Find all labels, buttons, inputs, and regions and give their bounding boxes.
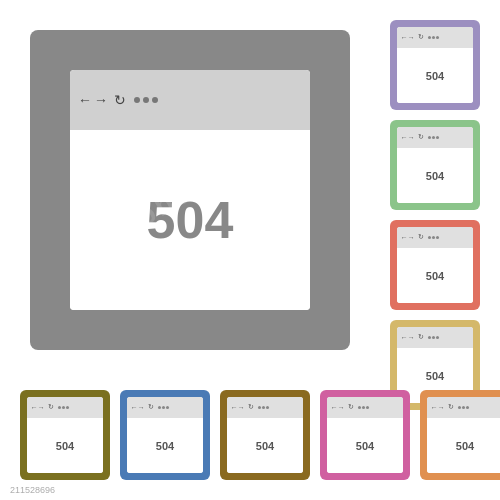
small-icon-blue: ←→ ↻ 504 <box>120 390 210 480</box>
toolbar-olive: ←→ ↻ <box>27 397 104 418</box>
content-olive: 504 <box>27 418 104 473</box>
toolbar-blue: ←→ ↻ <box>127 397 204 418</box>
dots-purple <box>428 36 439 39</box>
main-container: ← → ↻ 504 Adobe Stock <box>0 0 500 500</box>
error-code-blue: 504 <box>156 440 174 452</box>
nav-green: ←→ <box>401 134 415 141</box>
small-icon-purple: ←→ ↻ 504 <box>390 20 480 110</box>
toolbar-brown: ←→ ↻ <box>227 397 304 418</box>
small-icons-right: ←→ ↻ 504 ←→ <box>390 20 480 410</box>
small-icon-pink: ←→ ↻ 504 <box>320 390 410 480</box>
content-purple: 504 <box>397 48 474 103</box>
left-arrow-icon: ← <box>78 92 92 108</box>
small-icons-bottom: ←→ ↻ 504 ←→ ↻ <box>20 390 500 480</box>
stock-id: 211528696 <box>10 485 55 495</box>
small-icon-olive: ←→ ↻ 504 <box>20 390 110 480</box>
small-icon-brown: ←→ ↻ 504 <box>220 390 310 480</box>
content-pink: 504 <box>327 418 404 473</box>
error-code-green: 504 <box>426 170 444 182</box>
refresh-purple: ↻ <box>418 33 424 41</box>
error-code-olive: 504 <box>56 440 74 452</box>
toolbar-red: ←→ ↻ <box>397 227 474 248</box>
error-code-brown: 504 <box>256 440 274 452</box>
browser-window-blue: ←→ ↻ 504 <box>127 397 204 474</box>
dot-2 <box>143 97 149 103</box>
main-browser-window: ← → ↻ 504 <box>70 70 310 310</box>
error-code-purple: 504 <box>426 70 444 82</box>
browser-window-purple: ←→ ↻ 504 <box>397 27 474 104</box>
browser-window-green: ←→ ↻ 504 <box>397 127 474 204</box>
nav-arrows: ← → <box>78 92 108 108</box>
browser-window-brown: ←→ ↻ 504 <box>227 397 304 474</box>
toolbar-pink: ←→ ↻ <box>327 397 404 418</box>
browser-window-orange: ←→ ↻ 504 <box>427 397 500 474</box>
nav-purple: ←→ <box>401 34 415 41</box>
left-icon: ←→ <box>401 34 415 41</box>
toolbar-orange: ←→ ↻ <box>427 397 500 418</box>
content-blue: 504 <box>127 418 204 473</box>
toolbar-yellow: ←→ ↻ <box>397 327 474 348</box>
toolbar-purple: ←→ ↻ <box>397 27 474 48</box>
right-arrow-icon: → <box>94 92 108 108</box>
main-toolbar: ← → ↻ <box>70 70 310 130</box>
refresh-icon: ↻ <box>114 92 126 108</box>
content-brown: 504 <box>227 418 304 473</box>
content-red: 504 <box>397 248 474 303</box>
error-code-red: 504 <box>426 270 444 282</box>
dot-3 <box>152 97 158 103</box>
error-code-pink: 504 <box>356 440 374 452</box>
browser-window-pink: ←→ ↻ 504 <box>327 397 404 474</box>
main-browser-icon: ← → ↻ 504 Adobe Stock <box>30 30 350 350</box>
error-code-yellow: 504 <box>426 370 444 382</box>
content-orange: 504 <box>427 418 500 473</box>
dot-1 <box>134 97 140 103</box>
small-icon-orange: ←→ ↻ 504 <box>420 390 500 480</box>
small-icon-green: ←→ ↻ 504 <box>390 120 480 210</box>
browser-window-olive: ←→ ↻ 504 <box>27 397 104 474</box>
error-code-orange: 504 <box>456 440 474 452</box>
main-browser-content: 504 <box>70 130 310 310</box>
browser-window-red: ←→ ↻ 504 <box>397 227 474 304</box>
content-green: 504 <box>397 148 474 203</box>
main-error-code: 504 <box>147 190 234 250</box>
small-icon-red: ←→ ↻ 504 <box>390 220 480 310</box>
menu-dots <box>134 97 158 103</box>
toolbar-green: ←→ ↻ <box>397 127 474 148</box>
